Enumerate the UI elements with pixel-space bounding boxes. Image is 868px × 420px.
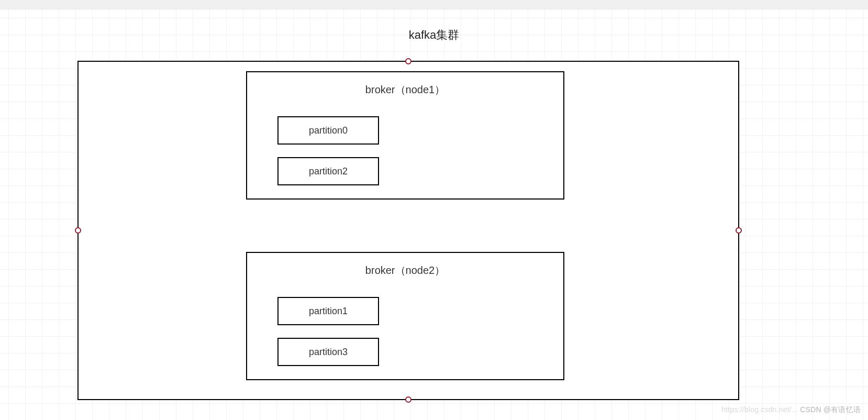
broker-node2-label: broker（node2） [247,263,563,278]
selection-handle-icon[interactable] [405,58,411,64]
broker-node1-label: broker（node1） [247,83,563,97]
broker-node2-box[interactable]: broker（node2） partition1 partition3 [246,252,564,380]
selection-handle-icon[interactable] [75,227,81,234]
partition2-label: partition2 [309,166,348,177]
partition1-label: partition1 [309,306,348,317]
partition3-box[interactable]: partition3 [277,338,379,366]
partition2-box[interactable]: partition2 [277,157,379,185]
diagram-canvas[interactable]: kafka集群 broker（node1） partition0 partiti… [0,9,868,420]
diagram-title: kafka集群 [0,27,868,43]
selection-handle-icon[interactable] [736,227,742,234]
watermark-text: https://blog.csdn.net/... CSDN @有语忆语 [721,405,861,415]
watermark-author: CSDN @有语忆语 [800,405,861,414]
partition3-label: partition3 [309,347,348,358]
watermark-url: https://blog.csdn.net/... [721,405,798,414]
selection-handle-icon[interactable] [405,396,411,403]
broker-node1-box[interactable]: broker（node1） partition0 partition2 [246,71,564,200]
partition1-box[interactable]: partition1 [277,297,379,325]
partition0-label: partition0 [309,125,348,136]
partition0-box[interactable]: partition0 [277,116,379,145]
editor-topbar [0,0,868,9]
